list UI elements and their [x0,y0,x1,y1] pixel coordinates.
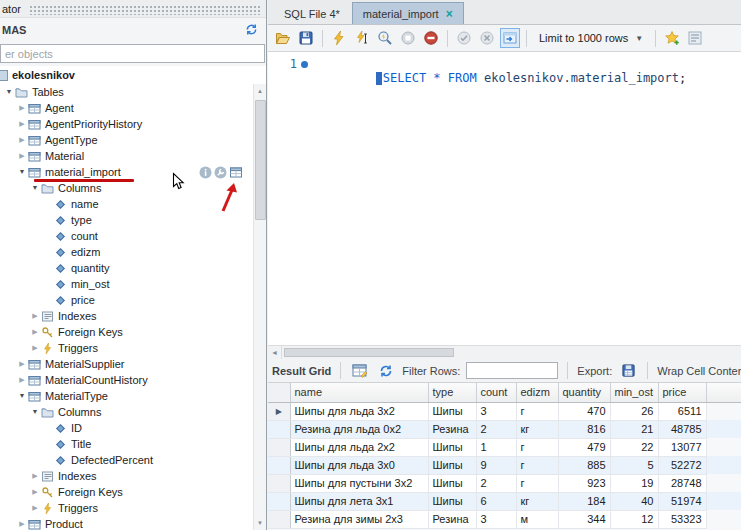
cell-type[interactable]: Шипы [428,438,476,456]
table-row[interactable]: Резина для льда 0x2Резина2кг8162148785 [268,420,741,438]
collapse-arrow-icon[interactable]: ▼ [16,164,28,180]
tree-item-product[interactable]: ▶Product [0,516,253,530]
limit-rows-dropdown[interactable]: Limit to 1000 rows ▼ [533,30,649,46]
row-selector[interactable]: ▶ [268,402,290,420]
cell-edizm[interactable]: г [516,456,558,474]
cell-count[interactable]: 2 [476,474,516,492]
cell-count[interactable]: 1 [476,438,516,456]
hscrollbar-thumb[interactable] [284,348,454,357]
commit-button[interactable] [454,28,474,48]
cell-edizm[interactable]: г [516,402,558,420]
cell-min_ost[interactable]: 12 [610,510,658,528]
filter-rows-input[interactable] [466,362,558,379]
expand-arrow-icon[interactable]: ▶ [16,516,28,530]
expand-arrow-icon[interactable]: ▶ [29,324,41,340]
collapse-arrow-icon[interactable]: ▼ [29,180,41,196]
explain-button[interactable] [375,28,395,48]
filter-objects-input[interactable] [0,44,265,63]
cell-price[interactable]: 48785 [658,420,706,438]
cell-min_ost[interactable]: 22 [610,438,658,456]
cell-price[interactable]: 28748 [658,474,706,492]
scroll-left-icon[interactable]: ◄ [268,346,282,359]
tree-item-count[interactable]: count [0,228,253,244]
table-wrench-icon[interactable] [214,166,227,179]
cell-min_ost[interactable]: 21 [610,420,658,438]
cell-price[interactable]: 52272 [658,456,706,474]
tree-item-materialsupplier[interactable]: ▶MaterialSupplier [0,356,253,372]
expand-arrow-icon[interactable]: ▶ [29,308,41,324]
refresh-schemas-icon[interactable] [245,23,258,38]
navigator-scrollbar[interactable]: ▲ ▼ [253,84,266,530]
column-header-price[interactable]: price [658,383,706,402]
cell-min_ost[interactable]: 26 [610,402,658,420]
scroll-up-icon[interactable]: ▲ [254,84,266,98]
collapse-arrow-icon[interactable]: ▼ [16,388,28,404]
expand-arrow-icon[interactable]: ▶ [29,468,41,484]
tree-item-agenttype[interactable]: ▶AgentType [0,132,253,148]
scroll-down-icon[interactable]: ▼ [254,516,266,530]
cell-type[interactable]: Шипы [428,402,476,420]
tree-item-agentpriorityhistory[interactable]: ▶AgentPriorityHistory [0,116,253,132]
cell-quantity[interactable]: 923 [558,474,610,492]
cell-edizm[interactable]: г [516,438,558,456]
sql-editor[interactable]: 1 SELECT * FROM ekolesnikov.material_imp… [268,52,741,345]
cell-name[interactable]: Резина для льда 0x2 [290,420,428,438]
tree-item-materialtype[interactable]: ▼MaterialType [0,388,253,404]
tree-item-indexes[interactable]: ▶Indexes [0,308,253,324]
expand-arrow-icon[interactable]: ▶ [16,356,28,372]
column-header-name[interactable]: name [290,383,428,402]
expand-arrow-icon[interactable]: ▶ [16,148,28,164]
expand-arrow-icon[interactable]: ▶ [16,116,28,132]
tree-item-id[interactable]: ID [0,420,253,436]
expand-arrow-icon[interactable]: ▶ [16,100,28,116]
table-row[interactable]: ▶Шипы для льда 3x2Шипы3г470266511 [268,402,741,420]
table-row[interactable]: Шипы для льда 2x2Шипы1г4792213077 [268,438,741,456]
tree-item-type[interactable]: type [0,212,253,228]
open-script-button[interactable] [273,28,293,48]
cell-type[interactable]: Резина [428,420,476,438]
table-row[interactable]: Шипы для льда 3x0Шипы9г885552272 [268,456,741,474]
edit-grid-button[interactable] [350,361,370,381]
row-selector[interactable] [268,492,290,510]
tree-item-triggers[interactable]: ▶Triggers [0,500,253,516]
tree-item-defectedpercent[interactable]: DefectedPercent [0,452,253,468]
expand-arrow-icon[interactable]: ▶ [16,372,28,388]
cell-quantity[interactable]: 885 [558,456,610,474]
tree-item-foreign-keys[interactable]: ▶Foreign Keys [0,484,253,500]
tree-item-quantity[interactable]: quantity [0,260,253,276]
beautify-button[interactable] [685,28,705,48]
cell-edizm[interactable]: кг [516,420,558,438]
cell-count[interactable]: 2 [476,420,516,438]
cell-min_ost[interactable]: 5 [610,456,658,474]
cell-quantity[interactable]: 816 [558,420,610,438]
tree-item-tables[interactable]: ▼Tables [0,84,253,100]
row-selector[interactable] [268,474,290,492]
tree-item-title[interactable]: Title [0,436,253,452]
cell-price[interactable]: 53323 [658,510,706,528]
table-info-icon[interactable] [199,166,212,179]
panel-grip[interactable] [29,5,260,15]
cell-edizm[interactable]: м [516,510,558,528]
save-script-button[interactable] [296,28,316,48]
cell-count[interactable]: 6 [476,492,516,510]
export-button[interactable] [618,361,638,381]
cell-price[interactable]: 6511 [658,402,706,420]
stop-on-error-toggle[interactable] [421,28,441,48]
collapse-arrow-icon[interactable]: ▼ [29,404,41,420]
scrollbar-thumb[interactable] [255,100,266,220]
cell-edizm[interactable]: г [516,474,558,492]
table-data-icon[interactable] [229,166,243,179]
column-header-type[interactable]: type [428,383,476,402]
row-selector[interactable] [268,510,290,528]
rollback-button[interactable] [477,28,497,48]
cell-name[interactable]: Резина для зимы 2x3 [290,510,428,528]
expand-arrow-icon[interactable]: ▶ [16,132,28,148]
expand-arrow-icon[interactable]: ▶ [29,500,41,516]
cell-name[interactable]: Шипы для льда 3x2 [290,402,428,420]
navigator-titlebar[interactable]: ator [0,0,266,18]
tree-item-agent[interactable]: ▶Agent [0,100,253,116]
tree-item-price[interactable]: price [0,292,253,308]
tree-item-foreign-keys[interactable]: ▶Foreign Keys [0,324,253,340]
row-selector[interactable] [268,438,290,456]
cell-quantity[interactable]: 470 [558,402,610,420]
